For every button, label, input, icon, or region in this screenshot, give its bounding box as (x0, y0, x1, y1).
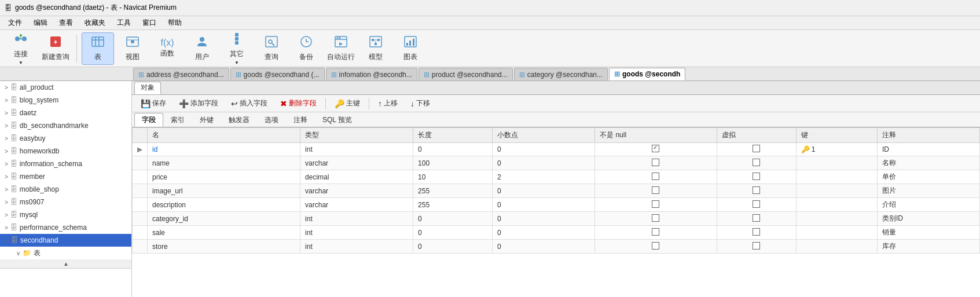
row-virtual-1[interactable] (717, 156, 796, 170)
action-btn-delete-field[interactable]: ✖删除字段 (275, 97, 322, 110)
tab-product[interactable]: ⊞product @secondhand... (419, 68, 513, 80)
sidebar-item-easybuy[interactable]: >🗄easybuy (0, 132, 131, 145)
menubar-item-文件[interactable]: 文件 (2, 17, 28, 29)
sidebar-item-db_secondhandmarke[interactable]: >🗄db_secondhandmarke (0, 119, 131, 132)
tab-goods2[interactable]: ⊞goods @secondh (609, 68, 685, 80)
checkbox-notnull-0[interactable] (652, 145, 659, 152)
col-key: 键 (796, 128, 877, 143)
table-row[interactable]: image_urlvarchar2550图片 (133, 184, 980, 198)
toolbar-btn-function[interactable]: f(x)函数 (151, 32, 183, 65)
sidebar-item-mobile_shop[interactable]: >🗄mobile_shop (0, 183, 131, 196)
checkbox-virtual-6[interactable] (753, 228, 760, 236)
menubar: 文件编辑查看收藏夹工具窗口帮助 (0, 16, 980, 30)
row-virtual-4[interactable] (717, 198, 796, 212)
toolbar-separator (76, 35, 77, 63)
row-notnull-3[interactable] (595, 184, 717, 198)
tab-goods[interactable]: ⊞goods @secondhand (... (230, 68, 325, 80)
checkbox-notnull-3[interactable] (652, 186, 659, 194)
toolbar-btn-view[interactable]: 视图 (116, 32, 149, 65)
toolbar-btn-new-query[interactable]: +新建查询 (39, 32, 72, 65)
toolbar-btn-chart[interactable]: 图表 (394, 32, 427, 65)
menubar-item-查看[interactable]: 查看 (53, 17, 79, 29)
sidebar-item-blog_system[interactable]: >🗄blog_system (0, 94, 131, 107)
checkbox-virtual-3[interactable] (753, 186, 760, 194)
checkbox-notnull-6[interactable] (652, 228, 659, 236)
row-virtual-5[interactable] (717, 212, 796, 226)
checkbox-notnull-7[interactable] (652, 242, 659, 250)
checkbox-virtual-1[interactable] (753, 159, 760, 166)
checkbox-virtual-5[interactable] (753, 214, 760, 222)
row-notnull-6[interactable] (595, 226, 717, 240)
menubar-item-编辑[interactable]: 编辑 (28, 17, 53, 29)
action-btn-add-field[interactable]: ➕添加字段 (174, 97, 223, 110)
row-notnull-0[interactable] (595, 143, 717, 156)
table-row[interactable]: namevarchar1000名称 (133, 156, 980, 170)
table-row[interactable]: ▶idint00🔑 1ID (133, 143, 980, 156)
row-virtual-3[interactable] (717, 184, 796, 198)
row-notnull-2[interactable] (595, 170, 717, 184)
action-btn-insert-field[interactable]: ↩插入字段 (226, 97, 273, 110)
row-virtual-7[interactable] (717, 240, 796, 254)
table-row[interactable]: category_idint00类别ID (133, 212, 980, 226)
toolbar-btn-other[interactable]: 其它▼ (221, 32, 253, 65)
menubar-item-帮助[interactable]: 帮助 (162, 17, 188, 29)
table-row[interactable]: descriptionvarchar2550介绍 (133, 198, 980, 212)
expand-icon-information_schema: > (5, 161, 8, 167)
sidebar-item-information_schema[interactable]: >🗄information_schema (0, 157, 131, 170)
sidebar-item-performance_schema[interactable]: >🗄performance_schema (0, 221, 131, 234)
checkbox-notnull-5[interactable] (652, 214, 659, 222)
toolbar-btn-user[interactable]: 用户 (186, 32, 218, 65)
sidebar-item-secondhand[interactable]: ∨🗄secondhand (0, 234, 131, 247)
row-virtual-2[interactable] (717, 170, 796, 184)
scroll-up[interactable]: ▲ (0, 259, 132, 269)
subtab-1[interactable]: 索引 (163, 113, 192, 127)
toolbar-btn-table[interactable]: 表 (82, 32, 114, 65)
insert-field-icon: ↩ (231, 99, 238, 108)
subtab-3[interactable]: 触发器 (221, 113, 257, 127)
action-btn-move-down[interactable]: ↓下移 (405, 97, 435, 110)
subtab-0[interactable]: 字段 (134, 113, 163, 127)
checkbox-notnull-2[interactable] (652, 173, 659, 180)
checkbox-notnull-1[interactable] (652, 159, 659, 166)
row-virtual-0[interactable] (717, 143, 796, 156)
checkbox-virtual-0[interactable] (753, 145, 760, 152)
tab-category[interactable]: ⊞category @secondhan... (514, 68, 608, 80)
toolbar-btn-connect[interactable]: 连接▼ (5, 32, 37, 65)
subtab-6[interactable]: SQL 预览 (315, 113, 359, 127)
subtab-2[interactable]: 外键 (192, 113, 221, 127)
toolbar-btn-query[interactable]: 查询 (255, 32, 288, 65)
checkbox-virtual-4[interactable] (753, 200, 760, 208)
sidebar-item-mysql[interactable]: >🗄mysql (0, 208, 131, 221)
toolbar-btn-autorun[interactable]: 自动运行 (325, 32, 357, 65)
row-virtual-6[interactable] (717, 226, 796, 240)
menubar-item-窗口[interactable]: 窗口 (137, 17, 162, 29)
action-btn-primary-key[interactable]: 🔑主键 (329, 97, 365, 110)
toolbar-btn-model[interactable]: 模型 (359, 32, 392, 65)
row-notnull-1[interactable] (595, 156, 717, 170)
checkbox-virtual-2[interactable] (753, 173, 760, 180)
row-notnull-7[interactable] (595, 240, 717, 254)
sidebar-item-biao[interactable]: ∨📁表 (0, 247, 131, 259)
checkbox-virtual-7[interactable] (753, 242, 760, 250)
subtab-5[interactable]: 注释 (286, 113, 315, 127)
table-row[interactable]: storeint00库存 (133, 240, 980, 254)
objects-tab[interactable]: 对象 (134, 82, 161, 94)
sidebar-item-ali_product[interactable]: >🗄ali_product (0, 81, 131, 94)
menubar-item-收藏夹[interactable]: 收藏夹 (79, 17, 111, 29)
sidebar-item-ms0907[interactable]: >🗄ms0907 (0, 196, 131, 208)
sidebar-item-member[interactable]: >🗄member (0, 170, 131, 183)
action-btn-move-up[interactable]: ↑上移 (373, 97, 403, 110)
sidebar-item-homeworkdb[interactable]: >🗄homeworkdb (0, 145, 131, 157)
row-notnull-5[interactable] (595, 212, 717, 226)
table-row[interactable]: pricedecimal102单价 (133, 170, 980, 184)
sidebar-item-daetz[interactable]: >🗄daetz (0, 107, 131, 119)
toolbar-btn-backup[interactable]: 备份 (290, 32, 322, 65)
subtab-4[interactable]: 选项 (257, 113, 286, 127)
tab-address[interactable]: ⊞address @secondhand... (133, 68, 229, 80)
tab-infomation[interactable]: ⊞infomation @secondh... (326, 68, 417, 80)
menubar-item-工具[interactable]: 工具 (111, 17, 137, 29)
table-row[interactable]: saleint00销量 (133, 226, 980, 240)
checkbox-notnull-4[interactable] (652, 200, 659, 208)
action-btn-save[interactable]: 💾保存 (135, 97, 171, 110)
row-notnull-4[interactable] (595, 198, 717, 212)
